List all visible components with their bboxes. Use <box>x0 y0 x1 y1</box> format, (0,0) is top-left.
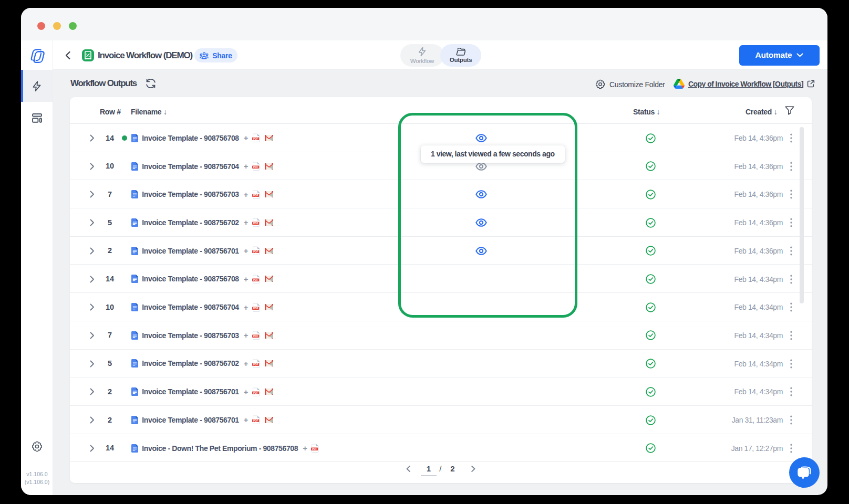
svg-text:PDF: PDF <box>253 391 258 394</box>
svg-text:PDF: PDF <box>253 279 258 281</box>
svg-text:PDF: PDF <box>253 138 258 140</box>
svg-text:PDF: PDF <box>253 166 258 169</box>
svg-text:PDF: PDF <box>253 222 258 225</box>
svg-text:PDF: PDF <box>253 419 258 422</box>
svg-text:PDF: PDF <box>253 250 258 253</box>
svg-text:PDF: PDF <box>253 194 258 196</box>
svg-text:PDF: PDF <box>253 335 258 338</box>
svg-text:PDF: PDF <box>253 307 258 309</box>
svg-text:PDF: PDF <box>312 448 317 450</box>
svg-text:PDF: PDF <box>253 363 258 366</box>
